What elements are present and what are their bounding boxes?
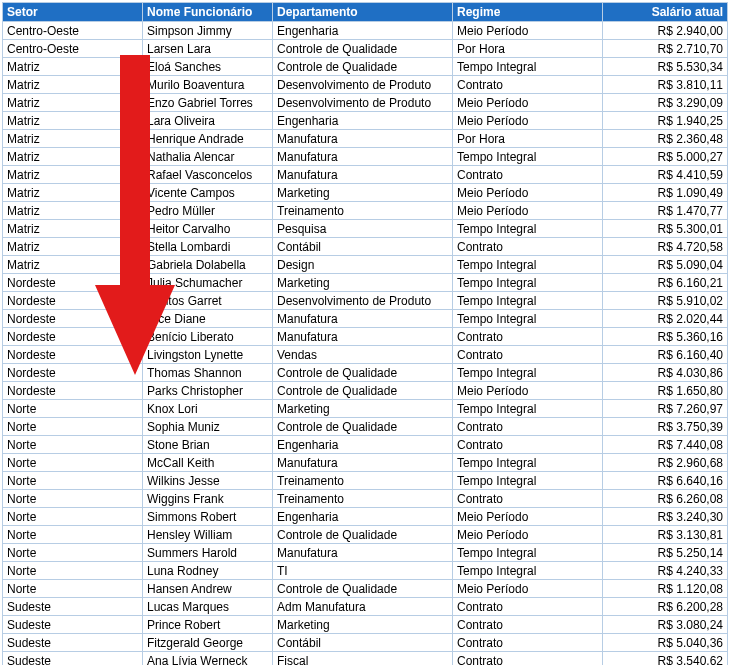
- cell-departamento: Desenvolvimento de Produto: [273, 76, 453, 94]
- cell-nome: Benício Liberato: [143, 328, 273, 346]
- cell-regime: Tempo Integral: [453, 472, 603, 490]
- cell-departamento: Manufatura: [273, 544, 453, 562]
- cell-salario: R$ 7.260,97: [603, 400, 728, 418]
- cell-nome: McCall Keith: [143, 454, 273, 472]
- cell-setor: Matriz: [3, 76, 143, 94]
- cell-nome: Hansen Andrew: [143, 580, 273, 598]
- cell-salario: R$ 6.160,21: [603, 274, 728, 292]
- cell-departamento: Controle de Qualidade: [273, 364, 453, 382]
- table-row: NorteLuna RodneyTITempo IntegralR$ 4.240…: [3, 562, 728, 580]
- table-row: SudesteAna Lívia WerneckFiscalContratoR$…: [3, 652, 728, 666]
- cell-salario: R$ 3.750,39: [603, 418, 728, 436]
- cell-setor: Centro-Oeste: [3, 40, 143, 58]
- cell-setor: Norte: [3, 562, 143, 580]
- table-row: Centro-OesteSimpson JimmyEngenhariaMeio …: [3, 22, 728, 40]
- cell-nome: Heitor Carvalho: [143, 220, 273, 238]
- cell-salario: R$ 3.130,81: [603, 526, 728, 544]
- cell-nome: Santos Garret: [143, 292, 273, 310]
- col-header-regime: Regime: [453, 3, 603, 22]
- col-header-departamento: Departamento: [273, 3, 453, 22]
- cell-salario: R$ 7.440,08: [603, 436, 728, 454]
- cell-salario: R$ 4.720,58: [603, 238, 728, 256]
- cell-nome: Hensley William: [143, 526, 273, 544]
- table-header-row: Setor Nome Funcionário Departamento Regi…: [3, 3, 728, 22]
- cell-setor: Centro-Oeste: [3, 22, 143, 40]
- cell-regime: Contrato: [453, 76, 603, 94]
- cell-regime: Meio Período: [453, 508, 603, 526]
- cell-salario: R$ 5.000,27: [603, 148, 728, 166]
- table-row: SudesteFitzgerald GeorgeContábilContrato…: [3, 634, 728, 652]
- cell-regime: Tempo Integral: [453, 562, 603, 580]
- table-row: NordesteSantos GarretDesenvolvimento de …: [3, 292, 728, 310]
- cell-salario: R$ 2.020,44: [603, 310, 728, 328]
- cell-setor: Norte: [3, 490, 143, 508]
- cell-nome: Pedro Müller: [143, 202, 273, 220]
- cell-setor: Matriz: [3, 94, 143, 112]
- cell-salario: R$ 3.240,30: [603, 508, 728, 526]
- cell-departamento: Controle de Qualidade: [273, 382, 453, 400]
- cell-setor: Sudeste: [3, 616, 143, 634]
- cell-salario: R$ 1.940,25: [603, 112, 728, 130]
- cell-salario: R$ 1.470,77: [603, 202, 728, 220]
- cell-nome: Knox Lori: [143, 400, 273, 418]
- cell-setor: Matriz: [3, 184, 143, 202]
- cell-regime: Meio Período: [453, 202, 603, 220]
- table-row: NordesteRice DianeManufaturaTempo Integr…: [3, 310, 728, 328]
- cell-setor: Matriz: [3, 220, 143, 238]
- cell-salario: R$ 2.360,48: [603, 130, 728, 148]
- cell-nome: Gabriela Dolabella: [143, 256, 273, 274]
- table-row: NorteStone BrianEngenhariaContratoR$ 7.4…: [3, 436, 728, 454]
- cell-salario: R$ 4.240,33: [603, 562, 728, 580]
- cell-salario: R$ 2.710,70: [603, 40, 728, 58]
- table-row: NorteWilkins JesseTreinamentoTempo Integ…: [3, 472, 728, 490]
- table-row: MatrizEnzo Gabriel TorresDesenvolvimento…: [3, 94, 728, 112]
- cell-regime: Contrato: [453, 490, 603, 508]
- cell-setor: Sudeste: [3, 598, 143, 616]
- cell-regime: Tempo Integral: [453, 544, 603, 562]
- cell-nome: Sophia Muniz: [143, 418, 273, 436]
- cell-nome: Stella Lombardi: [143, 238, 273, 256]
- cell-salario: R$ 5.250,14: [603, 544, 728, 562]
- cell-departamento: Engenharia: [273, 508, 453, 526]
- cell-setor: Nordeste: [3, 292, 143, 310]
- cell-setor: Norte: [3, 472, 143, 490]
- cell-salario: R$ 2.940,00: [603, 22, 728, 40]
- cell-regime: Meio Período: [453, 580, 603, 598]
- col-header-setor: Setor: [3, 3, 143, 22]
- cell-nome: Enzo Gabriel Torres: [143, 94, 273, 112]
- cell-departamento: Design: [273, 256, 453, 274]
- table-row: MatrizHeitor CarvalhoPesquisaTempo Integ…: [3, 220, 728, 238]
- cell-nome: Vicente Campos: [143, 184, 273, 202]
- cell-regime: Meio Período: [453, 184, 603, 202]
- cell-regime: Contrato: [453, 346, 603, 364]
- table-row: MatrizEloá SanchesControle de QualidadeT…: [3, 58, 728, 76]
- table-row: NorteHansen AndrewControle de QualidadeM…: [3, 580, 728, 598]
- cell-nome: Livingston Lynette: [143, 346, 273, 364]
- cell-regime: Tempo Integral: [453, 364, 603, 382]
- cell-setor: Nordeste: [3, 346, 143, 364]
- cell-setor: Norte: [3, 580, 143, 598]
- cell-nome: Stone Brian: [143, 436, 273, 454]
- cell-setor: Norte: [3, 544, 143, 562]
- cell-nome: Lucas Marques: [143, 598, 273, 616]
- cell-regime: Contrato: [453, 436, 603, 454]
- cell-nome: Wilkins Jesse: [143, 472, 273, 490]
- cell-regime: Contrato: [453, 652, 603, 666]
- cell-departamento: Treinamento: [273, 472, 453, 490]
- cell-departamento: Marketing: [273, 616, 453, 634]
- col-header-salario: Salário atual: [603, 3, 728, 22]
- cell-salario: R$ 4.410,59: [603, 166, 728, 184]
- table-row: MatrizStella LombardiContábilContratoR$ …: [3, 238, 728, 256]
- cell-nome: Parks Christopher: [143, 382, 273, 400]
- cell-departamento: Adm Manufatura: [273, 598, 453, 616]
- cell-regime: Meio Período: [453, 22, 603, 40]
- cell-regime: Meio Período: [453, 526, 603, 544]
- cell-departamento: Manufatura: [273, 148, 453, 166]
- cell-nome: Wiggins Frank: [143, 490, 273, 508]
- cell-regime: Contrato: [453, 418, 603, 436]
- cell-salario: R$ 2.960,68: [603, 454, 728, 472]
- cell-regime: Meio Período: [453, 112, 603, 130]
- cell-salario: R$ 3.080,24: [603, 616, 728, 634]
- cell-salario: R$ 6.640,16: [603, 472, 728, 490]
- cell-nome: Henrique Andrade: [143, 130, 273, 148]
